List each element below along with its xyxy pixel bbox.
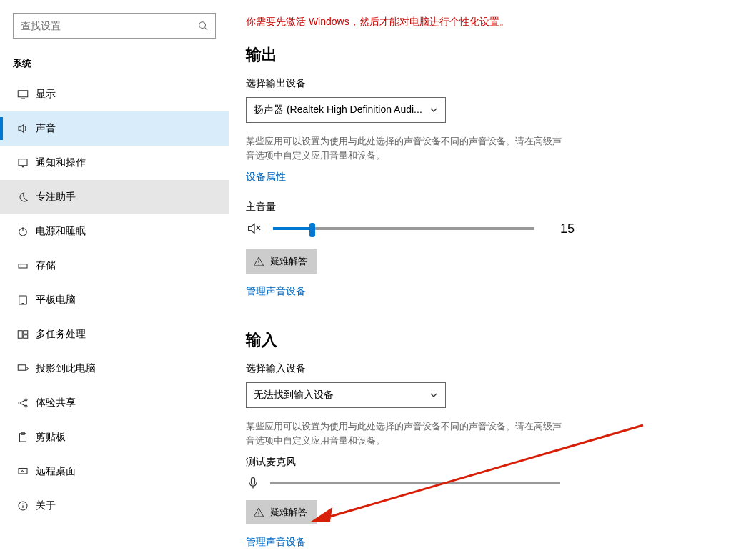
sidebar-item-shared[interactable]: 体验共享	[0, 386, 229, 420]
svg-rect-4	[19, 159, 27, 166]
sidebar-section-title: 系统	[13, 57, 216, 70]
sidebar-item-notifications[interactable]: 通知和操作	[0, 146, 229, 180]
sidebar-item-label: 多任务处理	[36, 328, 86, 341]
input-description: 某些应用可以设置为使用与此处选择的声音设备不同的声音设备。请在高级声音选项中自定…	[246, 419, 567, 447]
sidebar-item-sound[interactable]: 声音	[0, 111, 229, 146]
share-icon	[13, 397, 33, 409]
device-properties-link[interactable]: 设备属性	[246, 171, 286, 184]
activation-warning: 你需要先激活 Windows，然后才能对电脑进行个性化设置。	[246, 16, 732, 29]
sidebar-item-multitask[interactable]: 多任务处理	[0, 317, 229, 352]
tablet-icon	[13, 294, 33, 307]
warning-icon	[253, 507, 264, 518]
sidebar-item-display[interactable]: 显示	[0, 77, 229, 111]
chevron-down-icon	[429, 391, 438, 399]
input-heading: 输入	[246, 329, 732, 351]
input-device-dropdown[interactable]: 无法找到输入设备	[246, 382, 446, 408]
master-volume-label: 主音量	[246, 201, 732, 214]
sidebar-item-label: 专注助手	[36, 191, 76, 204]
svg-point-25	[22, 503, 23, 504]
sidebar-item-label: 声音	[36, 122, 56, 135]
svg-rect-7	[19, 264, 27, 268]
svg-point-29	[258, 264, 259, 264]
sidebar-item-power[interactable]: 电源和睡眠	[0, 214, 229, 249]
volume-slider-row: 15	[246, 221, 575, 236]
search-icon	[198, 21, 208, 31]
sidebar-item-label: 投影到此电脑	[36, 362, 96, 375]
clipboard-icon	[13, 431, 33, 444]
search-box[interactable]	[13, 13, 216, 39]
sidebar-item-label: 存储	[36, 259, 56, 272]
svg-rect-14	[18, 365, 26, 371]
sidebar-item-clipboard[interactable]: 剪贴板	[0, 420, 229, 454]
speaker-icon	[13, 122, 33, 135]
manage-sound-devices-link-output[interactable]: 管理声音设备	[246, 285, 306, 298]
dropdown-value: 扬声器 (Realtek High Definition Audi...	[254, 104, 424, 116]
power-icon	[13, 225, 33, 238]
svg-rect-13	[24, 335, 28, 339]
sidebar-item-remote[interactable]: 远程桌面	[0, 454, 229, 489]
sidebar-item-label: 关于	[36, 499, 56, 512]
volume-value: 15	[546, 221, 575, 236]
sidebar-item-storage[interactable]: 存储	[0, 249, 229, 283]
notification-icon	[13, 156, 33, 169]
sidebar-item-projecting[interactable]: 投影到此电脑	[0, 352, 229, 386]
volume-muted-icon[interactable]	[246, 221, 262, 236]
svg-point-33	[258, 514, 259, 515]
sidebar-item-label: 剪贴板	[36, 431, 66, 444]
volume-slider[interactable]	[273, 227, 534, 230]
sidebar-item-label: 远程桌面	[36, 465, 76, 478]
sidebar: 系统 显示 声音 通知和操作 专注助手	[0, 0, 229, 558]
svg-line-19	[21, 404, 25, 406]
mic-level-bar	[270, 482, 560, 484]
output-description: 某些应用可以设置为使用与此处选择的声音设备不同的声音设备。请在高级声音选项中自定…	[246, 134, 567, 162]
sidebar-item-label: 体验共享	[36, 397, 76, 409]
svg-rect-2	[18, 91, 28, 97]
mic-level-row	[246, 476, 560, 490]
svg-point-8	[20, 266, 21, 267]
svg-line-1	[205, 28, 208, 31]
warning-icon	[253, 256, 264, 267]
svg-point-0	[199, 22, 206, 29]
sidebar-item-label: 通知和操作	[36, 156, 86, 169]
monitor-icon	[13, 88, 33, 101]
svg-line-18	[21, 400, 25, 402]
svg-point-15	[19, 402, 21, 404]
sidebar-item-label: 平板电脑	[36, 294, 76, 307]
moon-icon	[13, 191, 33, 204]
svg-point-17	[25, 405, 27, 407]
sidebar-item-label: 显示	[36, 88, 56, 101]
svg-rect-30	[252, 478, 255, 484]
dropdown-value: 无法找到输入设备	[254, 389, 424, 402]
output-troubleshoot-button[interactable]: 疑难解答	[246, 249, 317, 274]
test-mic-label: 测试麦克风	[246, 456, 732, 469]
manage-sound-devices-link-input[interactable]: 管理声音设备	[246, 536, 306, 549]
input-troubleshoot-button[interactable]: 疑难解答	[246, 500, 317, 524]
multitask-icon	[13, 328, 33, 341]
input-select-label: 选择输入设备	[246, 362, 732, 375]
chevron-down-icon	[429, 106, 438, 114]
sidebar-item-focus-assist[interactable]: 专注助手	[0, 180, 229, 214]
button-label: 疑难解答	[270, 255, 307, 268]
info-icon	[13, 499, 33, 512]
project-icon	[13, 362, 33, 375]
button-label: 疑难解答	[270, 506, 307, 519]
svg-rect-11	[18, 331, 22, 339]
remote-icon	[13, 465, 33, 478]
output-select-label: 选择输出设备	[246, 77, 732, 90]
sidebar-item-label: 电源和睡眠	[36, 225, 86, 238]
main-content: 你需要先激活 Windows，然后才能对电脑进行个性化设置。 输出 选择输出设备…	[246, 0, 732, 558]
sidebar-item-about[interactable]: 关于	[0, 489, 229, 523]
microphone-icon	[246, 476, 260, 490]
svg-point-16	[25, 399, 27, 401]
svg-rect-12	[24, 331, 28, 334]
sidebar-nav: 显示 声音 通知和操作 专注助手 电源和睡眠	[0, 77, 229, 523]
output-device-dropdown[interactable]: 扬声器 (Realtek High Definition Audi...	[246, 97, 446, 123]
storage-icon	[13, 259, 33, 272]
search-input[interactable]	[21, 20, 198, 31]
output-heading: 输出	[246, 44, 732, 66]
sidebar-item-tablet[interactable]: 平板电脑	[0, 283, 229, 317]
